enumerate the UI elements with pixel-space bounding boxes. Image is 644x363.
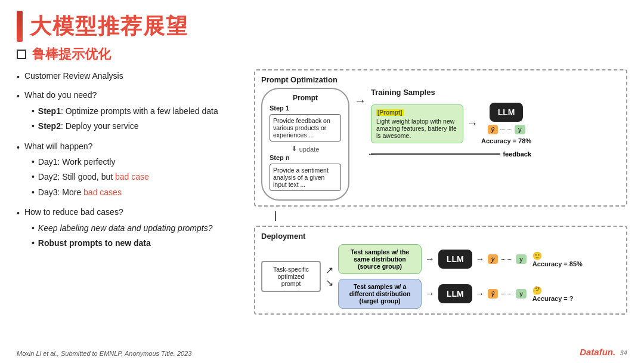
y-hat-target: ŷ (491, 290, 495, 297)
llm-box-target: LLM (438, 284, 472, 303)
list-item-4: • How to reduce bad cases? • Keep labeli… (17, 205, 243, 251)
sub-bullet-2-2: • (32, 119, 35, 133)
accuracy-q: Accuracy = ? (532, 295, 574, 302)
llm-box-training: LLM (490, 103, 524, 122)
sub-item-3-1: • Day1: Work perfectly (32, 155, 149, 168)
fork-arrows: ↗ ↘ (326, 264, 333, 288)
subtitle-text: 鲁棒提示优化 (32, 45, 111, 63)
prompt-optimization-section: Prompt Optimization Prompt Step 1 Provid… (254, 69, 627, 207)
right-arrow-icon-1: → (354, 94, 366, 107)
prompt-content: Light weight laptop with new amazing fea… (376, 118, 458, 139)
sub-item-2-2-text: Step2: Deploy your service (38, 119, 139, 133)
datafun-logo: Datafun. 34 (580, 347, 627, 357)
right-arrow-target-2: → (476, 289, 484, 299)
datafun-text: Datafun. (580, 347, 615, 357)
slide: 大模型推荐展望 鲁棒提示优化 • Customer Review Analysi… (0, 0, 644, 363)
list-item-2-content: What do you need? • Step1: Optimize prom… (24, 88, 218, 134)
prompt-pill-box: Prompt Step 1 Provide feedback on variou… (261, 88, 349, 201)
sub-item-2-1-text: Step1: Optimize prompts with a few label… (38, 104, 218, 118)
training-area: Training Samples [Prompt] Light weight l… (371, 88, 531, 158)
y-box-target: y (516, 289, 527, 299)
source-acc-area: 🙂 Accuracy = 85% (532, 251, 583, 267)
sub-item-3-3: • Day3: More bad cases (32, 186, 149, 199)
bullet-1: • (17, 70, 20, 84)
sub-bullet-4-2: • (32, 236, 35, 250)
task-box: Task-specific optimized prompt (261, 261, 321, 292)
list-item-2-text: What do you need? (24, 90, 97, 100)
source-group-row: Test samples w/ the same distribution (s… (338, 244, 583, 274)
prompt-tag-text: [Prompt] (376, 109, 404, 116)
source-group-box: Test samples w/ the same distribution (s… (338, 244, 422, 274)
sub-item-3-2-text: Day2: Still good, but bad case (38, 170, 149, 183)
y-hat-source: ŷ (491, 256, 495, 263)
deployment-section: Deployment Task-specific optimized promp… (254, 226, 627, 315)
bullet-4: • (17, 207, 20, 220)
bullet-2: • (17, 90, 20, 103)
emoji-thinking: 🤔 (532, 286, 542, 295)
sub-list-4: • Keep labeling new data and updating pr… (24, 222, 213, 250)
sub-bullet-3-2: • (32, 170, 35, 183)
step1-text: Provide feedback on various products or … (270, 114, 341, 141)
main-title: 大模型推荐展望 (30, 12, 188, 41)
right-arrow-source: → (425, 254, 435, 264)
training-label: Training Samples (371, 88, 435, 97)
feedback-row: ← feedback (371, 150, 531, 158)
stepn-text: Provide a sentiment analysis of a given … (270, 164, 341, 191)
section-connector (254, 211, 627, 221)
y-hat-text: ŷ (491, 126, 495, 133)
subtitle-area: 鲁棒提示优化 (17, 45, 627, 63)
right-panel: Prompt Optimization Prompt Step 1 Provid… (254, 69, 627, 356)
y-box-source: y (516, 254, 527, 264)
sub-item-2-1: • Step1: Optimize prompts with a few lab… (32, 104, 218, 118)
list-item-3: • What will happen? • Day1: Work perfect… (17, 140, 243, 201)
sub-bullet-3-1: • (32, 155, 35, 168)
sub-item-4-1: • Keep labeling new data and updating pr… (32, 222, 213, 235)
sub-list-2: • Step1: Optimize prompts with a few lab… (24, 104, 218, 133)
list-item-3-text: What will happen? (24, 141, 92, 151)
left-panel: • Customer Review Analysis • What do you… (17, 69, 243, 356)
llm-accuracy-group: LLM ŷ y Accuracy = 78% (481, 103, 531, 144)
bullet-list: • Customer Review Analysis • What do you… (17, 69, 243, 251)
update-arrow: ⬇ update (270, 145, 341, 153)
y-hat-box-target: ŷ (488, 289, 499, 299)
deployment-label: Deployment (261, 232, 620, 241)
footer-citation: Moxin Li et al., Submitted to EMNLP, Ano… (17, 350, 191, 357)
target-group-box: Test samples w/ a different distribution… (338, 279, 422, 309)
llm-box-source: LLM (438, 250, 472, 269)
right-arrow-target: → (425, 288, 435, 299)
sub-bullet-4-1: • (32, 222, 35, 235)
title-area: 大模型推荐展望 (17, 11, 627, 42)
list-item-1: • Customer Review Analysis (17, 69, 243, 84)
sub-bullet-2-1: • (32, 104, 35, 118)
subtitle-checkbox (17, 50, 26, 59)
training-row: [Prompt] Light weight laptop with new am… (371, 103, 531, 144)
sub-bullet-3-3: • (32, 186, 35, 199)
prompt-opt-label: Prompt Optimization (261, 75, 620, 84)
list-item-4-text: How to reduce bad cases? (24, 207, 123, 217)
bullet-3: • (17, 141, 20, 154)
sub-item-2-2: • Step2: Deploy your service (32, 119, 218, 133)
y-hat-box-source: ŷ (488, 254, 499, 264)
sub-item-4-1-text: Keep labeling new data and updating prom… (38, 222, 213, 235)
dotted-source (501, 259, 512, 260)
dotted-line-training (500, 130, 512, 130)
sub-item-3-1-text: Day1: Work perfectly (38, 155, 116, 168)
y-hat-box-training: ŷ (488, 125, 499, 134)
prompt-box-title: Prompt (270, 94, 341, 102)
down-arrow-icon: ⬇ (292, 145, 297, 153)
fork-down-arrow: ↘ (326, 277, 333, 288)
feedback-line: ← (371, 153, 500, 155)
prompt-opt-inner: Prompt Step 1 Provide feedback on variou… (261, 88, 620, 201)
right-arrow-source-2: → (476, 254, 484, 264)
stepn-label: Step n (270, 154, 341, 161)
right-arrow-icon-2: → (467, 118, 478, 130)
test-groups: Test samples w/ the same distribution (s… (338, 244, 583, 309)
feedback-label: feedback (503, 150, 531, 158)
connector-line (275, 211, 276, 221)
sub-item-4-2: • Robust prompts to new data (32, 236, 213, 250)
title-accent-bar (17, 11, 23, 42)
sub-item-3-3-text: Day3: More bad cases (38, 186, 122, 199)
target-acc-area: 🤔 Accuracy = ? (532, 286, 574, 302)
sub-item-3-2: • Day2: Still good, but bad case (32, 170, 149, 183)
fork-up-arrow: ↗ (326, 264, 333, 276)
